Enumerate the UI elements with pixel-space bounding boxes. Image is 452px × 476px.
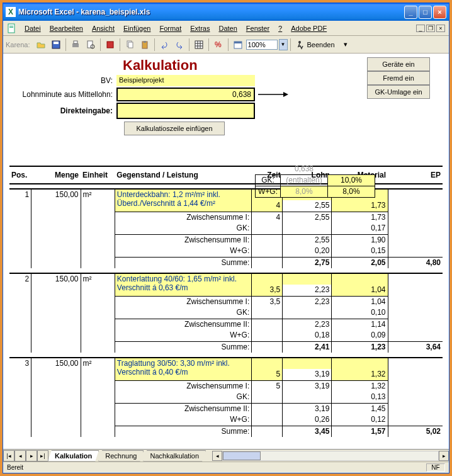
svg-marker-24	[283, 92, 288, 97]
toolbar-label: Karena:	[6, 41, 30, 48]
table-row: GK:0,17	[9, 223, 443, 234]
wg-pct[interactable]: 8,0%	[328, 186, 375, 197]
tab-last[interactable]: ▸|	[37, 450, 48, 462]
beenden-button[interactable]: Beenden	[293, 40, 337, 50]
calc-table: Pos. Menge Einheit Gegenstand / Leistung…	[9, 166, 443, 437]
percent-icon[interactable]: %	[212, 38, 225, 52]
close-button[interactable]: ×	[433, 6, 446, 19]
bv-label: BV:	[9, 76, 116, 85]
menu-adobepdf[interactable]: Adobe PDF	[287, 23, 331, 33]
paste-icon[interactable]	[138, 38, 152, 52]
th-einheit: Einheit	[81, 166, 115, 184]
table-row: 1 150,00 m² Unterdeckbahn: 1,2 m²/m² ink…	[9, 189, 443, 200]
tab-first[interactable]: |◂	[3, 450, 14, 462]
sheet-tabs: |◂ ◂ ▸ ▸| Kalkulation Rechnung Nachkalku…	[3, 449, 449, 462]
menu-fenster[interactable]: Fenster	[242, 23, 273, 33]
svg-rect-9	[107, 42, 113, 48]
menu-bearbeiten[interactable]: Bearbeiten	[46, 23, 87, 33]
table-row: 2 150,00 m² Konterlattung 40/60: 1,65 m/…	[9, 273, 443, 285]
doc-icon	[7, 23, 17, 33]
save-icon[interactable]	[49, 38, 63, 52]
tab-next[interactable]: ▸	[26, 450, 37, 462]
grid-icon[interactable]	[192, 38, 206, 52]
gk-label: GK:	[256, 174, 281, 186]
preview-icon[interactable]	[84, 38, 98, 52]
zoom-input[interactable]	[246, 40, 278, 50]
hscroll-thumb[interactable]	[223, 451, 261, 460]
mdi-close[interactable]: ×	[436, 25, 445, 32]
desc-cell[interactable]: Traglattung 30/50: 3,30 m/m² inkl. Versc…	[115, 358, 251, 380]
percent-box: 0,638 GK: (enthalten) 10,0% W+G: 8,0% 8,…	[255, 163, 375, 198]
status-ready: Bereit	[7, 464, 23, 471]
th-pos: Pos.	[9, 166, 31, 184]
menubar: Datei Bearbeiten Ansicht Einfügen Format…	[3, 21, 449, 36]
hscroll-track[interactable]	[222, 451, 439, 461]
svg-rect-11	[128, 42, 133, 48]
th-ep: EP	[388, 166, 443, 184]
table-row: W+G:0,200,15	[9, 246, 443, 257]
geraete-ein-button[interactable]: Geräte ein	[367, 57, 430, 71]
svg-rect-14	[195, 41, 203, 48]
undo-icon[interactable]	[157, 38, 171, 52]
svg-point-22	[298, 41, 301, 43]
hscroll-right[interactable]: ▸	[439, 451, 449, 461]
menu-einfuegen[interactable]: Einfügen	[120, 23, 154, 33]
svg-rect-2	[9, 27, 13, 28]
table-row: Zwischensumme I: 42,551,73	[9, 212, 443, 223]
svg-rect-13	[144, 41, 146, 43]
calendar-icon[interactable]	[231, 38, 245, 52]
hscroll-left[interactable]: ◂	[212, 451, 222, 461]
direkteingabe-value[interactable]	[116, 103, 255, 119]
open-icon[interactable]	[34, 38, 48, 52]
window-title: Microsoft Excel - karena_beispiel.xls	[18, 8, 404, 16]
bv-value[interactable]: Beispielprojekt	[116, 75, 255, 86]
table-row: Summe: 3,45 1,57 5,02	[9, 426, 443, 437]
lohnminute-value[interactable]: 0,638	[116, 88, 255, 101]
menu-ansicht[interactable]: Ansicht	[88, 23, 118, 33]
mdi-restore[interactable]: ❐	[426, 25, 435, 32]
svg-rect-0	[8, 24, 14, 33]
menu-daten[interactable]: Daten	[215, 23, 240, 33]
redo-icon[interactable]	[172, 38, 186, 52]
table-row: GK:0,13	[9, 392, 443, 403]
fremd-ein-button[interactable]: Fremd ein	[367, 71, 430, 85]
menu-format[interactable]: Format	[155, 23, 185, 33]
wg-mid[interactable]: 8,0%	[281, 186, 328, 197]
table-row: Zwischensumme II:2,231,14	[9, 319, 443, 330]
svg-rect-21	[234, 42, 242, 43]
toolbar-overflow[interactable]: ▾	[339, 38, 353, 52]
maximize-button[interactable]: □	[419, 6, 432, 19]
menu-extras[interactable]: Extras	[186, 23, 213, 33]
minimize-button[interactable]: _	[404, 6, 417, 19]
svg-rect-5	[72, 43, 79, 47]
table-row: GK:0,10	[9, 307, 443, 319]
tab-rechnung[interactable]: Rechnung	[98, 450, 144, 462]
insert-row-button[interactable]: Kalkulatioszeile einfügen	[124, 122, 225, 135]
lohnminute-label: Lohnminute aus Mittellohn:	[9, 90, 116, 99]
svg-rect-1	[9, 26, 13, 26]
arrow-icon	[255, 88, 293, 101]
gk-umlage-ein-button[interactable]: GK-Umlage ein	[367, 85, 430, 99]
th-menge: Menge	[31, 166, 81, 184]
tool-icon-1[interactable]	[103, 38, 117, 52]
print-icon[interactable]	[69, 38, 82, 52]
tab-prev[interactable]: ◂	[14, 450, 26, 462]
titlebar: X Microsoft Excel - karena_beispiel.xls …	[3, 3, 449, 21]
desc-cell[interactable]: Konterlattung 40/60: 1,65 m/m² inkl. Ver…	[115, 273, 251, 296]
mdi-minimize[interactable]: _	[416, 25, 425, 32]
svg-text:%: %	[215, 40, 222, 49]
copy-icon[interactable]	[123, 38, 137, 52]
zoom-dropdown[interactable]: ▼	[279, 39, 288, 50]
table-row: Zwischensumme II:2,551,90	[9, 234, 443, 246]
status-nf: NF	[426, 463, 445, 472]
menu-help[interactable]: ?	[274, 23, 286, 33]
table-row: 3 150,00 m² Traglattung 30/50: 3,30 m/m²…	[9, 358, 443, 369]
desc-cell[interactable]: Unterdeckbahn: 1,2 m²/m² inkl. Überd./Ve…	[115, 189, 251, 212]
table-row: Summe: 2,41 1,23 3,64	[9, 341, 443, 353]
tab-nachkalkulation[interactable]: Nachkalkulation	[143, 450, 206, 462]
gk-pct[interactable]: 10,0%	[328, 174, 375, 186]
table-row: W+G:0,180,09	[9, 330, 443, 341]
direkteingabe-label: Direkteingabe:	[9, 106, 116, 115]
menu-datei[interactable]: Datei	[21, 23, 45, 33]
tab-kalkulation[interactable]: Kalkulation	[48, 450, 99, 462]
